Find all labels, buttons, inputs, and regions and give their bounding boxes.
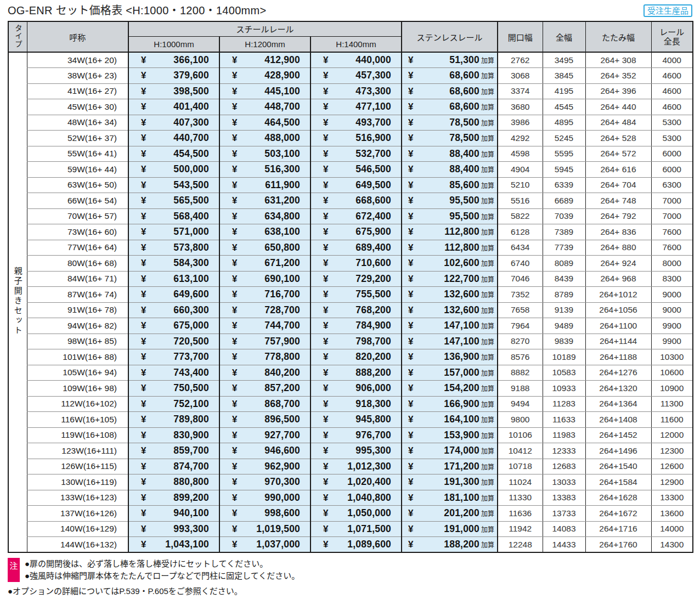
col-header-type-text: タイプ	[14, 24, 22, 48]
table-row: 52W(16+ 37) ¥440,700 ¥488,000 ¥516,900 ¥…	[8, 131, 693, 146]
cell-price-stainless: ¥51,300加算	[402, 52, 498, 68]
price-value: 147,100	[444, 320, 479, 331]
cell-rail-length: 12900	[651, 474, 693, 490]
cell-folded-width: 264+1452	[585, 427, 651, 443]
yen-sign: ¥	[323, 258, 328, 269]
yen-sign: ¥	[408, 414, 413, 425]
kasan-suffix: 加算	[481, 149, 494, 159]
cell-price-h1000: ¥940,100	[128, 506, 219, 522]
price-value: 488,000	[264, 132, 300, 144]
yen-sign: ¥	[141, 320, 146, 331]
cell-price-h1000: ¥660,300	[128, 302, 219, 318]
price-value: 445,100	[264, 86, 300, 97]
cell-price-stainless: ¥95,500加算	[402, 208, 498, 224]
cell-price-stainless: ¥136,900加算	[402, 349, 498, 365]
yen-sign: ¥	[141, 305, 146, 316]
price-value: 448,700	[264, 101, 300, 112]
cell-name: 66W(16+ 54)	[27, 193, 128, 209]
type-group-cell: 親子開きセット	[8, 52, 27, 552]
cell-price-h1200: ¥1,037,000	[219, 537, 311, 553]
yen-sign: ¥	[141, 477, 146, 488]
cell-name: 133W(16+123)	[27, 490, 128, 506]
yen-sign: ¥	[408, 211, 413, 222]
cell-full-width: 8439	[543, 271, 585, 287]
cell-price-stainless: ¥112,800加算	[402, 224, 498, 240]
cell-folded-width: 264+ 440	[585, 99, 651, 115]
price-value: 918,300	[355, 398, 391, 410]
yen-sign: ¥	[141, 258, 146, 269]
price-value: 744,700	[264, 320, 300, 331]
cell-price-h1200: ¥857,200	[219, 381, 311, 397]
cell-opening-width: 7658	[498, 302, 543, 318]
type-group-label: 親子開きセット	[12, 267, 24, 336]
price-value: 720,500	[173, 336, 209, 347]
cell-name: 112W(16+102)	[27, 396, 128, 412]
cell-price-h1200: ¥927,700	[219, 427, 311, 443]
cell-price-h1200: ¥868,700	[219, 396, 311, 412]
cell-price-h1400: ¥516,900	[311, 131, 402, 146]
kasan-suffix: 加算	[481, 306, 494, 315]
cell-name: 70W(16+ 57)	[27, 208, 128, 224]
yen-sign: ¥	[408, 289, 413, 300]
kasan-suffix: 加算	[481, 274, 494, 284]
yen-sign: ¥	[408, 383, 413, 394]
cell-full-width: 5945	[543, 162, 585, 178]
cell-opening-width: 5516	[498, 193, 543, 209]
table-row: 59W(16+ 44) ¥500,000 ¥516,300 ¥546,500 ¥…	[8, 162, 693, 178]
cell-price-h1200: ¥671,200	[219, 256, 311, 272]
price-value: 874,700	[173, 461, 209, 472]
cell-opening-width: 7352	[498, 287, 543, 303]
cell-opening-width: 12248	[498, 537, 543, 553]
yen-sign: ¥	[323, 320, 328, 331]
cell-price-h1000: ¥752,100	[128, 396, 219, 412]
cell-opening-width: 6128	[498, 224, 543, 240]
cell-price-h1200: ¥638,100	[219, 224, 311, 240]
yen-sign: ¥	[408, 524, 413, 535]
cell-full-width: 14433	[543, 537, 585, 553]
yen-sign: ¥	[232, 445, 237, 456]
price-value: 201,200	[444, 507, 479, 519]
cell-price-stainless: ¥68,600加算	[402, 83, 498, 99]
cell-price-h1000: ¥750,500	[128, 381, 219, 397]
cell-price-h1000: ¥500,000	[128, 162, 219, 178]
table-row: 84W(16+ 71) ¥613,100 ¥690,100 ¥729,200 ¥…	[8, 271, 693, 287]
cell-folded-width: 264+ 836	[585, 224, 651, 240]
cell-price-stainless: ¥166,900加算	[402, 396, 498, 412]
yen-sign: ¥	[323, 274, 328, 285]
cell-opening-width: 6434	[498, 240, 543, 256]
price-value: 1,012,300	[347, 461, 391, 472]
yen-sign: ¥	[232, 305, 237, 316]
yen-sign: ¥	[323, 508, 328, 519]
yen-sign: ¥	[408, 242, 413, 253]
kasan-suffix: 加算	[481, 290, 494, 299]
cell-rail-length: 10300	[651, 349, 693, 365]
cell-opening-width: 3374	[498, 83, 543, 99]
price-value: 690,100	[264, 273, 300, 285]
price-value: 464,500	[264, 117, 300, 128]
price-value: 112,800	[444, 242, 479, 253]
table-row: 87W(16+ 74) ¥649,600 ¥716,700 ¥755,500 ¥…	[8, 287, 693, 303]
cell-rail-length: 13600	[651, 506, 693, 522]
cell-price-h1000: ¥830,900	[128, 427, 219, 443]
cell-folded-width: 264+ 308	[585, 52, 651, 68]
yen-sign: ¥	[232, 242, 237, 253]
cell-full-width: 12333	[543, 443, 585, 459]
price-value: 500,000	[173, 163, 209, 175]
cell-rail-length: 4600	[651, 68, 693, 84]
price-value: 68,600	[449, 70, 479, 81]
price-value: 473,300	[355, 86, 391, 97]
price-value: 407,300	[173, 117, 209, 128]
yen-sign: ¥	[141, 461, 146, 472]
price-value: 164,100	[444, 414, 479, 425]
price-value: 166,900	[444, 398, 479, 410]
cell-price-h1000: ¥568,400	[128, 208, 219, 224]
cell-price-h1000: ¥366,100	[128, 52, 219, 68]
yen-sign: ¥	[141, 368, 146, 378]
cell-opening-width: 11330	[498, 490, 543, 506]
price-value: 428,900	[264, 70, 300, 81]
cell-price-h1200: ¥428,900	[219, 68, 311, 84]
cell-price-h1400: ¥672,400	[311, 208, 402, 224]
yen-sign: ¥	[141, 101, 146, 112]
price-value: 181,100	[444, 492, 479, 504]
col-header-folded-width: たたみ幅	[585, 21, 651, 52]
